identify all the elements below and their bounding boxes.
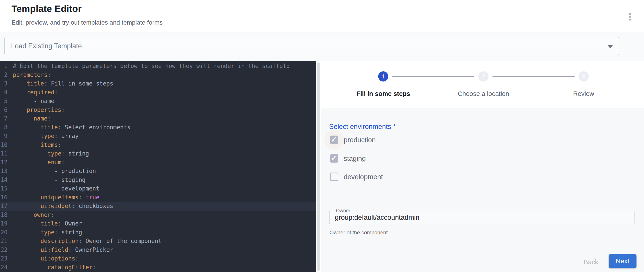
line-number: 10 [0,141,8,150]
editor-line: 4 required: [0,88,316,97]
editor-line: 23 ui:options: [0,254,316,263]
step-label: Fill in some steps [337,90,430,97]
line-number: 2 [0,71,8,79]
checkmark-icon: ✓ [331,135,337,144]
editor-line: 1# Edit the template parameters below to… [0,62,316,71]
checkbox-checked[interactable]: ✓ [330,154,338,163]
line-number: 17 [0,202,8,211]
line-number: 20 [0,228,8,237]
line-number: 13 [0,167,8,176]
editor-line: 10 items: [0,141,316,150]
editor-line: 11 type: string [0,149,316,158]
line-number: 15 [0,184,8,193]
select-environments-label: Select environments * [329,123,396,131]
step-label: Review [537,90,630,97]
line-number: 8 [0,123,8,132]
code-editor[interactable]: 1# Edit the template parameters below to… [0,61,316,272]
step-circle-3: 3 [578,71,589,81]
panel-resize-handle[interactable] [317,62,320,271]
editor-line: 8 title: Select environments [0,123,316,132]
line-number: 4 [0,88,8,97]
owner-field[interactable]: Owner group:default/accountadmin [329,211,634,224]
dropdown-caret-icon [607,45,613,48]
line-number: 12 [0,158,8,167]
line-number: 5 [0,97,8,106]
owner-field-value: group:default/accountadmin [335,213,420,222]
load-select-placeholder: Load Existing Template [11,42,82,50]
line-number: 14 [0,176,8,185]
editor-line: 21 description: Owner of the component [0,237,316,246]
line-number: 1 [0,62,8,71]
line-number: 18 [0,211,8,219]
template-editor-app: Template Editor Edit, preview, and try o… [0,0,644,272]
line-number: 7 [0,114,8,123]
checkbox-label: production [344,135,376,145]
page-title: Template Editor [12,4,82,14]
more-options-kebab-icon[interactable] [628,12,632,22]
line-number: 9 [0,132,8,141]
form-background [321,108,644,272]
editor-line: 24 catalogFilter: [0,263,316,272]
line-number: 6 [0,106,8,114]
editor-line: 3 - title: Fill in some steps [0,79,316,88]
page-header: Template Editor Edit, preview, and try o… [0,0,644,32]
step-connector-line [492,76,574,77]
step-connector-line [392,76,474,77]
editor-line: 16 uniqueItems: true [0,193,316,202]
step-label: Choose a location [437,90,530,97]
checkbox-unchecked[interactable] [330,173,338,181]
editor-line: 14 - staging [0,176,316,185]
line-number: 21 [0,237,8,246]
editor-line: 5 - name [0,97,316,106]
line-number: 3 [0,79,8,88]
back-button[interactable]: Back [576,258,605,266]
line-number: 23 [0,254,8,263]
editor-line: 20 type: string [0,228,316,237]
owner-helper-text: Owner of the component [330,229,388,236]
load-template-toolbar: Load Existing Template ✕ [0,32,644,61]
editor-line: 18 owner: [0,211,316,219]
load-existing-template-select[interactable]: Load Existing Template [4,37,619,55]
page-subtitle: Edit, preview, and try out templates and… [12,19,162,26]
line-number: 11 [0,149,8,158]
step-circle-2: 2 [478,71,488,81]
editor-line: 2parameters: [0,71,316,79]
line-number: 22 [0,246,8,254]
editor-line: 19 title: Owner [0,219,316,228]
checkbox-label: staging [344,154,366,163]
line-number: 24 [0,263,8,272]
editor-line: 9 type: array [0,132,316,141]
editor-line: 15 - development [0,184,316,193]
checkbox-label: development [344,173,383,181]
checkmark-icon: ✓ [331,154,337,162]
editor-line: 6 properties: [0,106,316,114]
editor-line: 13 - production [0,167,316,176]
editor-line: 22 ui:field: OwnerPicker [0,246,316,254]
line-number: 16 [0,193,8,202]
line-number: 19 [0,219,8,228]
editor-line: 17 ui:widget: checkboxes [0,202,316,211]
checkbox-checked[interactable]: ✓ [330,135,338,144]
next-button[interactable]: Next [608,254,636,268]
template-form-panel: 1Fill in some steps2Choose a location3Re… [321,61,644,272]
editor-line: 12 enum: [0,158,316,167]
editor-line: 7 name: [0,114,316,123]
step-circle-1: 1 [378,71,388,81]
